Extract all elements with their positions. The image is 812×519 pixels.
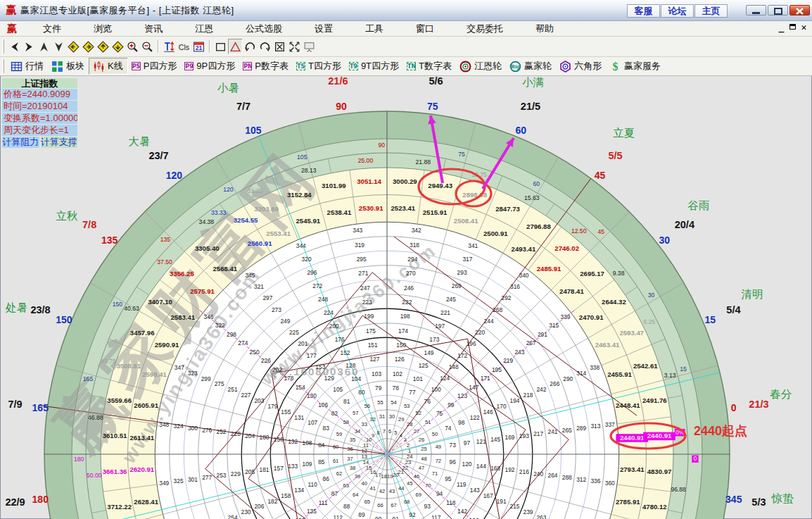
zoom-out-icon: [141, 41, 153, 53]
wheel-number: 246: [404, 284, 414, 292]
wheel-number: 248: [318, 296, 328, 303]
menu-item[interactable]: 江恩: [179, 23, 229, 35]
wheel-number: 36: [347, 446, 353, 452]
percent-cell: 43.75: [101, 358, 116, 365]
view-button-kline[interactable]: K线: [89, 58, 128, 75]
menu-item[interactable]: 交易委托: [450, 23, 519, 35]
menu-item[interactable]: 浏览: [77, 23, 128, 35]
gann-wheel-chart[interactable]: 赢家财富网www.yingjia360.comwww.yingjia360.co…: [0, 76, 812, 519]
view-button-PN[interactable]: PNP数字表: [239, 58, 293, 74]
titlebar-button-3[interactable]: 主页: [694, 4, 728, 18]
rect-tool-button[interactable]: [213, 39, 228, 54]
diamond-left-button[interactable]: [66, 39, 81, 54]
application-window: {"window":{"icon":"赢","title":"赢家江恩专业版[赢…: [0, 0, 812, 519]
view-button-blocks[interactable]: 板块: [48, 58, 89, 74]
view-button-T9[interactable]: T99T四方形: [345, 58, 403, 74]
view-button-label: T四方形: [308, 60, 341, 73]
menu-item[interactable]: 资讯: [128, 23, 179, 35]
solar-date-label: 7/7: [236, 101, 250, 112]
wheel-number: 323: [188, 370, 198, 377]
close-button[interactable]: [789, 5, 810, 15]
rotate-ccw-button[interactable]: [243, 39, 258, 54]
menu-item[interactable]: 文件: [27, 23, 77, 35]
price-inner-cell: 2793.41: [620, 465, 645, 473]
wheel-number: 63: [343, 482, 348, 489]
menu-item[interactable]: 公式选股: [229, 23, 298, 35]
price-outer-cell: 2644.32: [602, 298, 626, 306]
view-button-big-wheel[interactable]: Big赢家轮: [506, 58, 556, 74]
titlebar-button-1[interactable]: 客服: [627, 4, 660, 18]
wheel-number: 84: [318, 442, 325, 449]
pan-up-button[interactable]: [37, 39, 51, 54]
annotation-start-label: 2440起点: [694, 424, 747, 438]
diamond-down-button[interactable]: [110, 39, 125, 54]
toolbar-grip[interactable]: [2, 39, 4, 54]
price-inner-cell: 2613.41: [129, 434, 154, 442]
menu-item[interactable]: 工具: [349, 23, 400, 35]
degree-cell: 90: [379, 142, 386, 149]
degree-cell: 150: [113, 301, 123, 308]
wheel-number: 343: [353, 227, 362, 234]
diamond-right-button[interactable]: [81, 39, 96, 54]
axis-scale-button[interactable]: [162, 39, 177, 54]
view-button-TS[interactable]: TST四方形: [293, 58, 345, 74]
calendar-button[interactable]: 21: [191, 39, 206, 54]
triangle-tool-button[interactable]: [228, 39, 243, 54]
nav-back-button[interactable]: [7, 39, 22, 54]
price-inner-cell: 2448.41: [616, 401, 640, 409]
view-button-TN[interactable]: TNT数字表: [403, 58, 456, 74]
wheel-number: 192: [505, 466, 515, 473]
expand-button[interactable]: [287, 39, 302, 54]
box-x-button[interactable]: [272, 39, 287, 54]
mdi-close-button[interactable]: ✕: [799, 22, 809, 32]
wheel-number: 24: [407, 454, 412, 460]
diamond-down-icon: [112, 41, 124, 53]
view-button-P9[interactable]: P99P四方形: [181, 58, 239, 74]
mdi-minimize-button[interactable]: _: [776, 22, 787, 32]
wheel-number: 124: [440, 375, 450, 382]
view-button-PS[interactable]: PSP四方形: [128, 58, 182, 74]
nav-forward-button[interactable]: [22, 39, 37, 54]
wheel-number: 198: [400, 313, 410, 320]
wheel-number: 98: [458, 419, 465, 426]
wheel-number: 342: [412, 227, 421, 234]
minimize-button[interactable]: [746, 5, 766, 15]
maximize-button[interactable]: [768, 5, 788, 15]
titlebar-button-2[interactable]: 论坛: [661, 4, 694, 18]
diamond-up-button[interactable]: [96, 39, 110, 54]
wheel-number: 18: [381, 473, 387, 480]
wheel-number: 131: [294, 414, 304, 421]
mdi-restore-button[interactable]: [789, 24, 796, 30]
pan-down-button[interactable]: [51, 39, 66, 54]
wheel-number: 289: [576, 425, 586, 432]
toolbar-grip[interactable]: [2, 59, 4, 73]
view-button-table[interactable]: 行情: [7, 58, 48, 74]
outer-angle-label: 120: [166, 170, 183, 181]
wheel-number: 79: [375, 384, 382, 392]
menu-item[interactable]: 帮助: [519, 23, 570, 35]
presentation-button[interactable]: [302, 39, 317, 54]
view-button-hexagon[interactable]: 六角形: [556, 58, 606, 74]
degree-cell: 120: [223, 186, 234, 193]
degree-cell: 0: [694, 455, 697, 462]
solar-date-label: 7/8: [82, 219, 96, 230]
rotate-cw-button[interactable]: [258, 39, 272, 54]
menu-item[interactable]: 设置: [298, 23, 349, 35]
menu-item[interactable]: 窗口: [400, 23, 450, 35]
wheel-number: 322: [215, 322, 225, 329]
cls-button[interactable]: Cls: [177, 39, 191, 54]
view-button-dollar[interactable]: $赢家服务: [606, 58, 665, 74]
wheel-number: 152: [341, 349, 350, 356]
view-button-gann-wheel[interactable]: 江恩轮: [456, 58, 506, 74]
zoom-in-button[interactable]: [125, 39, 140, 54]
price-inner-cell: 2553.41: [266, 230, 291, 237]
coefficient-row: 变换系数=1.00000: [1, 113, 78, 125]
calc-resistance-button[interactable]: 计算阻力: [1, 137, 40, 149]
wheel-number: 226: [261, 357, 271, 364]
wheel-number: 48: [421, 456, 426, 462]
wheel-number: 144: [476, 463, 486, 470]
price-outer-cell: 3305.40: [195, 244, 220, 252]
calc-support-button[interactable]: 计算支撑: [40, 137, 79, 149]
zoom-out-button[interactable]: [140, 39, 155, 54]
wheel-number: 271: [358, 270, 368, 277]
